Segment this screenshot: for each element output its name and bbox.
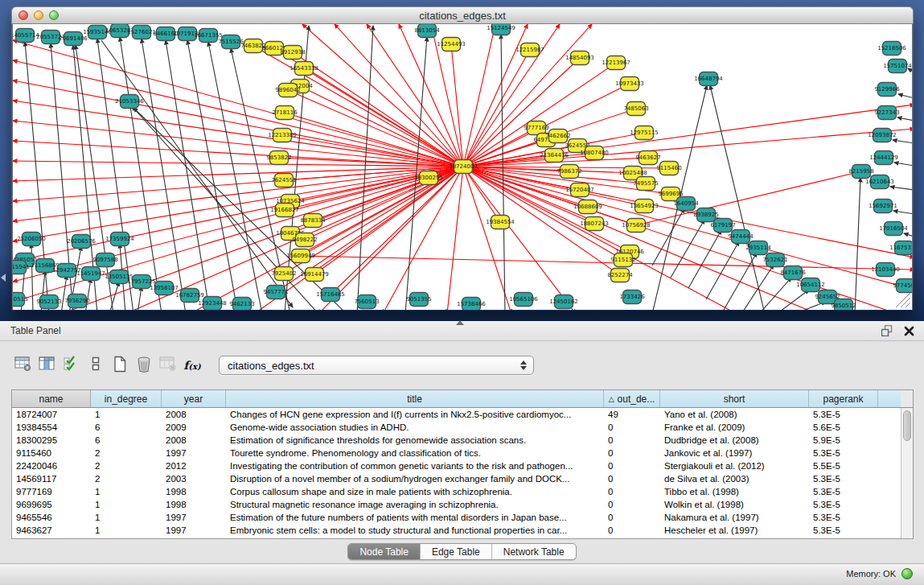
graph-node[interactable]: 8912938 — [280, 46, 305, 60]
graph-node[interactable]: 10756928 — [622, 219, 651, 233]
graph-node[interactable]: 25206050 — [17, 233, 46, 246]
select-columns-button[interactable] — [60, 354, 84, 377]
table-cell-year[interactable]: 2008 — [162, 434, 226, 447]
create-column-button[interactable] — [108, 354, 132, 377]
graph-node[interactable]: 12975115 — [630, 126, 659, 140]
table-cell-pagerank[interactable]: 5.9E-5 — [809, 434, 878, 447]
graph-node[interactable]: 7485063 — [623, 102, 648, 116]
graph-node[interactable]: 21053346 — [115, 95, 144, 109]
graph-node[interactable]: 15692971 — [869, 200, 897, 213]
graph-node[interactable]: 7462662 — [545, 130, 570, 143]
graph-node[interactable]: 15751074 — [883, 60, 912, 73]
table-row[interactable]: 977716911998Corpus callosum shape and si… — [12, 485, 901, 498]
table-cell-title[interactable]: Changes of HCN gene expression and I(f) … — [226, 408, 604, 421]
graph-node[interactable]: 9850512 — [831, 299, 856, 311]
table-cell-in-degree[interactable]: 6 — [91, 421, 162, 434]
graph-node[interactable]: 9115132 — [610, 253, 635, 267]
delete-columns-button[interactable] — [132, 354, 156, 377]
graph-node[interactable]: 9853822 — [266, 151, 291, 165]
column-header-short[interactable]: short — [660, 390, 809, 407]
graph-node[interactable]: 8215958 — [848, 165, 873, 179]
graph-node[interactable]: 9774500 — [893, 279, 913, 293]
table-cell-out-de-[interactable]: 0 — [604, 498, 660, 511]
graph-node[interactable]: 17016504 — [879, 222, 908, 236]
vertical-scrollbar[interactable] — [901, 408, 913, 538]
graph-node[interactable]: 15716485 — [316, 288, 345, 302]
table-cell-title[interactable]: Corpus callosum shape and size in male p… — [226, 485, 604, 498]
graph-node[interactable]: 9457771 — [263, 286, 288, 299]
graph-node[interactable]: 7986372 — [556, 165, 581, 179]
graph-node[interactable]: 9227343 — [874, 106, 899, 120]
table-cell-name[interactable]: 19384554 — [12, 421, 91, 434]
network-graph[interactable]: 7463822866012689129381654333823420049896… — [13, 24, 913, 310]
graph-node[interactable]: 9115460 — [656, 162, 681, 175]
memory-status-button[interactable]: Memory: OK — [846, 568, 913, 579]
graph-node[interactable]: 12444129 — [869, 151, 898, 165]
table-cell-pagerank[interactable]: 5.3E-5 — [809, 524, 878, 537]
network-canvas[interactable]: 7463822866012689129381654333823420049896… — [12, 24, 913, 310]
graph-node[interactable]: 9462133 — [229, 298, 254, 311]
table-cell-out-de-[interactable]: 0 — [604, 434, 660, 447]
graph-node[interactable]: 9896042 — [275, 84, 300, 97]
table-cell-in-degree[interactable]: 1 — [91, 511, 162, 524]
table-row[interactable]: 969969511998Structural magnetic resonanc… — [12, 498, 901, 511]
table-cell-title[interactable]: Embryonic stem cells: a model to study s… — [226, 524, 604, 537]
graph-node[interactable]: 8252274 — [607, 269, 633, 282]
table-cell-in-degree[interactable]: 2 — [91, 459, 162, 472]
graph-node[interactable]: 7936290 — [64, 295, 89, 308]
table-cell-title[interactable]: Estimation of significance thresholds fo… — [226, 434, 604, 447]
graph-node[interactable]: 15609949 — [286, 249, 315, 263]
table-cell-in-degree[interactable]: 1 — [91, 498, 162, 511]
table-cell-in-degree[interactable]: 6 — [91, 434, 162, 447]
graph-node[interactable]: 12450162 — [549, 295, 578, 309]
table-cell-name[interactable]: 18724007 — [12, 408, 91, 421]
table-cell-short[interactable]: Hescheler et al. (1997) — [660, 524, 809, 537]
column-header-title[interactable]: title — [226, 390, 604, 407]
graph-node[interactable]: 12103440 — [871, 263, 900, 277]
table-cell-title[interactable]: Investigating the contribution of common… — [226, 459, 604, 472]
table-row[interactable]: 911546021997Tourette syndrome. Phenomeno… — [12, 447, 901, 459]
table-cell-in-degree[interactable]: 2 — [91, 472, 162, 485]
table-cell-pagerank[interactable]: 5.3E-5 — [809, 447, 878, 459]
graph-node[interactable]: 7925402 — [271, 267, 296, 281]
float-window-icon[interactable] — [881, 325, 893, 336]
table-row[interactable]: 1456911722003Disruption of a novel membe… — [12, 472, 901, 485]
function-builder-button[interactable]: f(x) — [180, 354, 204, 377]
graph-node[interactable]: 7532621 — [762, 253, 787, 267]
table-cell-pagerank[interactable]: 5.3E-5 — [809, 498, 878, 511]
table-cell-year[interactable]: 2009 — [162, 421, 226, 434]
table-cell-name[interactable]: 9465546 — [12, 511, 91, 524]
table-cell-short[interactable]: Jankovic et al. (1997) — [660, 447, 809, 459]
table-row[interactable]: 1938455462009Genome-wide association stu… — [12, 421, 901, 434]
graph-node[interactable]: 11254493 — [437, 38, 466, 51]
graph-node[interactable]: 15218506 — [877, 42, 906, 56]
table-cell-year[interactable]: 1998 — [162, 498, 226, 511]
graph-node[interactable]: 8471676 — [780, 266, 806, 280]
graph-node[interactable]: 1640954 — [673, 197, 699, 211]
graph-node[interactable]: 15124549 — [487, 24, 515, 35]
tab-node-table[interactable]: Node Table — [348, 544, 421, 559]
table-cell-name[interactable]: 22420046 — [12, 459, 91, 472]
column-header-pagerank[interactable]: pagerank — [809, 390, 878, 407]
table-row[interactable]: 1830029562008Estimation of significance … — [12, 434, 901, 447]
graph-node[interactable]: 9052133 — [36, 295, 61, 309]
graph-node[interactable]: 8813054 — [414, 24, 440, 38]
table-cell-title[interactable]: Genome-wide association studies in ADHD. — [226, 421, 604, 434]
scrollbar-thumb[interactable] — [903, 410, 911, 441]
graph-node[interactable]: 19384554 — [486, 216, 515, 229]
table-cell-out-de-[interactable]: 0 — [604, 459, 660, 472]
table-cell-in-degree[interactable]: 1 — [91, 408, 162, 421]
table-cell-name[interactable]: 9699695 — [12, 498, 91, 511]
table-cell-short[interactable]: de Silva et al. (2003) — [660, 472, 809, 485]
table-cell-year[interactable]: 1997 — [162, 447, 226, 459]
graph-node[interactable]: 15720407 — [565, 183, 594, 197]
graph-node[interactable]: 15738466 — [457, 298, 486, 311]
table-cell-name[interactable]: 18300295 — [12, 434, 91, 447]
table-cell-short[interactable]: Yano et al. (2008) — [660, 408, 809, 421]
graph-node[interactable]: 9498222 — [292, 233, 317, 247]
table-cell-short[interactable]: Dudbridge et al. (2008) — [660, 434, 809, 447]
table-cell-year[interactable]: 1998 — [162, 485, 226, 498]
graph-node[interactable]: 12215987 — [515, 43, 544, 57]
table-cell-pagerank[interactable]: 5.5E-5 — [809, 459, 878, 472]
table-cell-out-de-[interactable]: 0 — [604, 447, 660, 459]
